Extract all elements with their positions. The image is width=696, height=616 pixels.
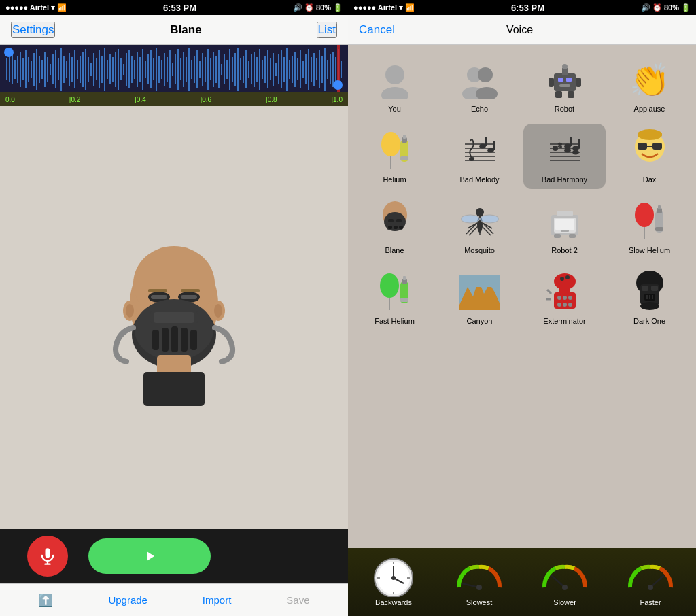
svg-point-395 [392,576,396,580]
svg-point-405 [648,585,653,590]
record-button[interactable] [27,536,68,577]
svg-point-403 [562,585,568,590]
voice-grid: You Echo [348,45,696,548]
speed-slower-label: Slower [553,598,576,606]
microphone-icon [38,547,57,566]
voice-icon-you [373,58,417,102]
svg-point-311 [559,143,562,146]
voice-icon-dark-one [628,271,672,314]
svg-point-353 [635,203,654,227]
svg-point-274 [381,87,408,99]
svg-point-375 [563,296,567,300]
svg-point-336 [461,215,480,223]
voice-item-slow-helium[interactable]: Slow Helium [608,194,691,260]
voice-item-blane[interactable]: Blane [353,194,436,260]
voice-label-robot2: Robot 2 [551,246,578,254]
svg-point-401 [476,585,482,590]
voice-icon-applause: 👏 [628,58,672,102]
voice-item-applause[interactable]: 👏 Applause [608,53,691,118]
svg-rect-294 [400,156,408,160]
voice-label-helium: Helium [383,175,406,184]
timeline-06: |0.6 [201,96,212,103]
voice-item-canyon[interactable]: Canyon [438,265,521,330]
voice-label-bad-harmony: Bad Harmony [542,175,587,184]
svg-point-313 [564,144,571,149]
speed-faster[interactable]: Faster [623,553,678,606]
play-button[interactable] [88,538,211,574]
voice-label-dark-one: Dark One [633,317,665,325]
svg-point-300 [469,157,474,161]
voice-item-exterminator[interactable]: Exterminator [523,265,606,330]
svg-rect-287 [555,91,562,98]
voice-label-fast-helium: Fast Helium [375,317,415,325]
voice-icon-slow-helium [628,200,672,243]
svg-point-359 [380,273,399,298]
voice-item-robot2[interactable]: Robot 2 [523,194,606,260]
waveform-timeline: 0.0 |0.2 |0.4 |0.6 |0.8 |1.0 [0,92,348,106]
voice-icon-canyon [458,271,502,314]
voice-icon-bad-harmony [543,129,587,173]
svg-rect-282 [559,84,570,87]
voice-item-you[interactable]: You [353,53,436,118]
controls-bar [0,529,348,583]
svg-rect-349 [554,234,561,238]
voice-item-bad-melody[interactable]: Bad Melody [438,124,521,189]
svg-rect-288 [568,91,574,98]
voice-icon-blane [373,200,417,243]
right-battery: 🔊 ⏰ 80% 🔋 [641,3,691,12]
share-icon[interactable]: ⬆️ [38,593,53,608]
svg-rect-258 [151,295,167,299]
svg-rect-327 [388,219,394,222]
voice-item-echo[interactable]: Echo [438,53,521,118]
upgrade-button[interactable]: Upgrade [108,594,147,606]
voice-item-dark-one[interactable]: Dark One [608,265,691,330]
speed-slowest[interactable]: Slowest [452,553,506,606]
svg-rect-264 [152,330,159,350]
svg-point-303 [487,148,494,153]
settings-button[interactable]: Settings [11,22,55,38]
svg-point-378 [563,303,567,307]
svg-rect-367 [459,305,500,310]
speed-backwards[interactable]: Backwards [366,553,421,606]
voice-item-fast-helium[interactable]: Fast Helium [353,265,436,330]
svg-rect-266 [171,326,178,352]
voice-icon-mosquito [458,200,502,243]
right-status-bar: ●●●●● Airtel ▾ 📶 6:53 PM 🔊 ⏰ 80% 🔋 [348,0,696,15]
svg-rect-368 [459,275,500,287]
svg-rect-332 [399,226,403,229]
voice-icon-helium [373,129,417,173]
waveform-right-handle[interactable] [333,80,343,90]
svg-point-255 [214,304,222,318]
timeline-10: |1.0 [331,96,343,103]
svg-point-273 [385,65,404,84]
voice-label-exterminator: Exterminator [543,317,585,325]
import-button[interactable]: Import [203,594,232,606]
voice-item-helium[interactable]: Helium [353,124,436,189]
svg-point-317 [572,150,579,155]
svg-rect-321 [652,143,662,150]
voice-item-bad-harmony[interactable]: Bad Harmony [523,124,606,189]
voice-item-robot[interactable]: Robot [523,53,606,118]
svg-rect-348 [561,230,569,232]
voice-label-echo: Echo [471,105,488,113]
waveform-left-handle[interactable] [4,48,14,57]
voice-item-dax[interactable]: Dax [608,124,691,189]
svg-point-310 [553,146,558,151]
svg-rect-272 [143,372,205,406]
timeline-04: |0.4 [135,96,146,103]
list-button[interactable]: List [317,22,337,38]
left-status-bar: ●●●●● Airtel ▾ 📶 6:53 PM 🔊 ⏰ 80% 🔋 [0,0,348,15]
svg-rect-281 [566,78,572,82]
speed-slowest-label: Slowest [466,598,493,606]
voice-item-mosquito[interactable]: Mosquito [438,194,521,260]
speed-slower[interactable]: Slower [538,553,592,606]
right-nav-bar: Cancel Voice [348,15,696,45]
svg-point-289 [381,132,400,156]
save-button[interactable]: Save [286,594,309,606]
svg-rect-260 [148,289,167,292]
cancel-button[interactable]: Cancel [359,23,395,37]
svg-point-374 [557,296,561,300]
right-signal: ●●●●● Airtel ▾ 📶 [353,3,415,12]
voice-icon-echo [458,58,502,102]
left-signal: ●●●●● Airtel ▾ 📶 [5,3,67,12]
